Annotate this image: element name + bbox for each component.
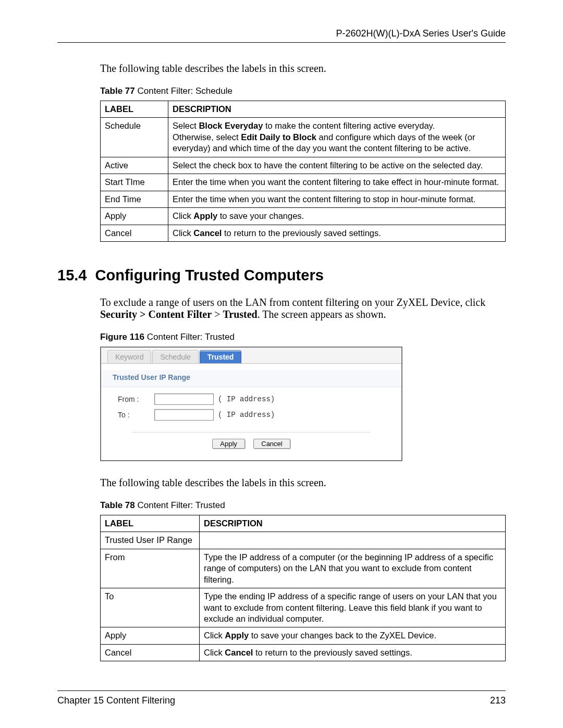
to-row: To : ( IP address) [101,407,401,423]
table-cell-desc: Click Apply to save your changes back to… [200,627,506,644]
footer-left: Chapter 15 Content Filtering [57,695,175,706]
figure-116-caption-rest: Content Filter: Trusted [144,332,235,342]
table-cell-label: Schedule [101,118,168,157]
table-row: FromType the IP address of a computer (o… [101,549,506,588]
figure-panel: Trusted User IP Range From : ( IP addres… [101,363,401,460]
figure-116-caption-bold: Figure 116 [100,332,144,342]
table-77-head-label: Label [101,101,168,118]
table-78-caption-rest: Content Filter: Trusted [135,500,225,510]
figure-116: KeywordScheduleTrusted Trusted User IP R… [100,347,402,461]
table-row: ApplyClick Apply to save your changes ba… [101,627,506,644]
table-cell-desc: Select the check box to have the content… [168,157,506,174]
table-77-caption-bold: Table 77 [100,86,135,96]
to-hint: ( IP address) [218,411,275,419]
table-row: CancelClick Cancel to return to the prev… [101,225,506,241]
table-cell-label: Apply [101,208,168,225]
table-row: Start TImeEnter the time when you want t… [101,174,506,191]
table-78-head-desc: Description [200,515,506,532]
table-cell-desc: Click Cancel to return to the previously… [168,225,506,241]
table-78: Label Description Trusted User IP RangeF… [100,515,506,661]
table-row: End TimeEnter the time when you want the… [101,191,506,207]
table-cell-label: Cancel [101,225,168,241]
table-row: ToType the ending IP address of a specif… [101,588,506,627]
table-cell-desc: Type the ending IP address of a specific… [200,588,506,627]
table-cell-desc: Enter the time when you want the content… [168,174,506,191]
table-77-head-desc: Description [168,101,506,118]
table-row: ActiveSelect the check box to have the c… [101,157,506,174]
page-header: P-2602H(W)(L)-DxA Series User's Guide [57,28,506,39]
section-paragraph: To exclude a range of users on the LAN f… [100,297,506,320]
footer-right: 213 [490,695,506,706]
section-heading: 15.4 Configuring Trusted Computers [57,267,506,284]
intro-paragraph-1: The following table describes the labels… [100,63,506,75]
table-row: Trusted User IP Range [101,532,506,549]
table-cell-label: Cancel [101,644,200,661]
section-title: Configuring Trusted Computers [95,267,324,283]
section-number: 15.4 [57,267,87,283]
figure-tabs: KeywordScheduleTrusted [101,348,401,363]
table-row: CancelClick Cancel to return to the prev… [101,644,506,661]
table-78-caption-bold: Table 78 [100,500,135,510]
dotted-divider [132,432,370,433]
table-77-caption-rest: Content Filter: Schedule [135,86,232,96]
table-cell-desc: Enter the time when you want the content… [168,191,506,207]
from-input[interactable] [154,393,214,405]
table-77: Label Description ScheduleSelect Block E… [100,101,506,242]
from-label: From : [118,395,154,403]
button-row: Apply Cancel [101,438,401,449]
from-hint: ( IP address) [218,395,275,403]
from-row: From : ( IP address) [101,391,401,407]
footer-rule [57,690,506,691]
table-cell-label: Trusted User IP Range [101,532,200,549]
table-77-caption: Table 77 Content Filter: Schedule [100,86,506,96]
to-input[interactable] [154,409,214,421]
table-cell-label: Apply [101,627,200,644]
table-cell-label: End Time [101,191,168,207]
table-row: ApplyClick Apply to save your changes. [101,208,506,225]
table-cell-desc: Click Apply to save your changes. [168,208,506,225]
apply-button[interactable]: Apply [212,439,245,449]
tab-trusted[interactable]: Trusted [200,350,242,363]
page-footer: Chapter 15 Content Filtering 213 [57,690,506,706]
table-cell-label: Active [101,157,168,174]
table-row: ScheduleSelect Block Everyday to make th… [101,118,506,157]
table-cell-desc: Type the IP address of a computer (or th… [200,549,506,588]
tab-schedule[interactable]: Schedule [152,350,198,363]
table-78-caption: Table 78 Content Filter: Trusted [100,500,506,511]
table-cell-label: From [101,549,200,588]
table-cell-desc: Select Block Everyday to make the conten… [168,118,506,157]
intro-paragraph-2: The following table describes the labels… [100,477,506,489]
panel-title: Trusted User IP Range [101,370,401,387]
header-rule [57,42,506,43]
table-cell-label: Start TIme [101,174,168,191]
table-cell-desc: Click Cancel to return to the previously… [200,644,506,661]
table-78-head-label: Label [101,515,200,532]
cancel-button[interactable]: Cancel [253,439,290,449]
table-cell-desc [200,532,506,549]
to-label: To : [118,411,154,419]
figure-116-caption: Figure 116 Content Filter: Trusted [100,332,506,342]
tab-keyword[interactable]: Keyword [107,350,151,363]
table-cell-label: To [101,588,200,627]
